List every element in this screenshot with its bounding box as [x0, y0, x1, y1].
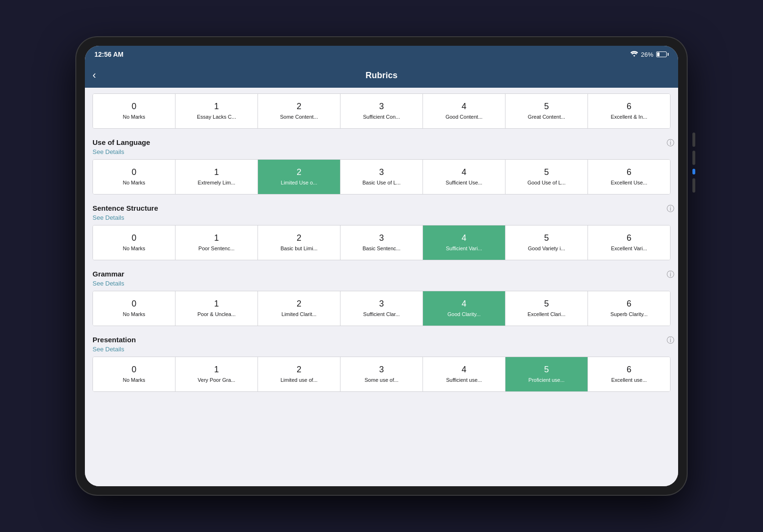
grade-cell-1[interactable]: 1 Essay Lacks C...: [175, 94, 258, 128]
grade-label: No Marks: [123, 311, 145, 317]
grade-cell-2[interactable]: 2 Limited Clarit...: [258, 291, 340, 326]
header-title: Rubrics: [365, 71, 397, 81]
grade-cell-6[interactable]: 6 Superb Clarity...: [588, 291, 670, 326]
section-title: Grammar: [93, 270, 124, 278]
section-details-link[interactable]: See Details: [93, 280, 670, 287]
grade-label: Sufficient Clar...: [363, 311, 400, 317]
grade-cell-2[interactable]: 2 Limited use of...: [258, 357, 340, 391]
grade-cell-2[interactable]: 2 Limited Use o...: [258, 160, 340, 194]
grade-number: 5: [544, 233, 549, 243]
grade-cell-2[interactable]: 2 Basic but Limi...: [258, 225, 340, 260]
section-title: Use of Language: [93, 138, 150, 146]
grade-cell-6[interactable]: 6 Excellent use...: [588, 357, 670, 391]
grade-label: Basic Use of L...: [362, 179, 401, 186]
grade-label: Some Content...: [280, 113, 318, 120]
grade-cell-6[interactable]: 6 Excellent Vari...: [588, 225, 670, 260]
grade-number: 0: [132, 233, 136, 243]
grade-cell-4[interactable]: 4 Sufficient Vari...: [423, 225, 505, 260]
grade-cell-2[interactable]: 2 Some Content...: [258, 94, 340, 128]
grade-cell-1[interactable]: 1 Poor Sentenc...: [175, 225, 258, 260]
section-title: Sentence Structure: [93, 204, 158, 212]
grade-cell-3[interactable]: 3 Basic Use of L...: [340, 160, 423, 194]
grade-cell-0[interactable]: 0 No Marks: [93, 94, 175, 128]
grade-row: 0 No Marks 1 Poor & Unclea... 2 Limited …: [93, 291, 670, 326]
grade-cell-3[interactable]: 3 Sufficient Con...: [340, 94, 423, 128]
section-presentation: Presentation ⓘ See Details 0 No Marks 1 …: [93, 336, 670, 392]
grade-label: Excellent Use...: [611, 179, 647, 186]
grade-number: 5: [544, 299, 549, 309]
grade-number: 3: [379, 102, 384, 112]
info-icon[interactable]: ⓘ: [667, 336, 674, 346]
volume-down-btn[interactable]: [692, 151, 695, 165]
grade-cell-0[interactable]: 0 No Marks: [93, 291, 175, 326]
grade-cell-5[interactable]: 5 Excellent Clari...: [505, 291, 588, 326]
header: ‹ Rubrics: [85, 63, 678, 88]
info-icon[interactable]: ⓘ: [667, 204, 674, 214]
home-btn[interactable]: [692, 169, 695, 174]
info-icon[interactable]: ⓘ: [667, 138, 674, 148]
grade-cell-1[interactable]: 1 Very Poor Gra...: [175, 357, 258, 391]
grade-cell-0[interactable]: 0 No Marks: [93, 357, 175, 391]
grade-label: Good Variety i...: [528, 245, 565, 252]
grade-number: 4: [462, 167, 466, 177]
grade-number: 3: [379, 299, 384, 309]
grade-number: 1: [214, 167, 219, 177]
grade-number: 2: [297, 167, 301, 177]
grade-number: 2: [297, 233, 301, 243]
grade-cell-5[interactable]: 5 Proficient use...: [505, 357, 588, 391]
section-content: 0 No Marks 1 Essay Lacks C... 2 Some Con…: [93, 93, 670, 129]
grade-number: 6: [627, 365, 631, 375]
grade-cell-0[interactable]: 0 No Marks: [93, 160, 175, 194]
grade-cell-4[interactable]: 4 Sufficient use...: [423, 357, 505, 391]
grade-number: 3: [379, 167, 384, 177]
grade-cell-5[interactable]: 5 Great Content...: [505, 94, 588, 128]
grade-label: Sufficient use...: [446, 377, 482, 383]
grade-cell-6[interactable]: 6 Excellent & In...: [588, 94, 670, 128]
section-details-link[interactable]: See Details: [93, 346, 670, 353]
grade-number: 1: [214, 299, 219, 309]
grade-label: Superb Clarity...: [610, 311, 648, 317]
grade-cell-5[interactable]: 5 Good Use of L...: [505, 160, 588, 194]
device: 12:56 AM 26%: [76, 37, 687, 495]
section-header: Sentence Structure ⓘ: [93, 204, 670, 212]
grade-number: 0: [132, 102, 136, 112]
grade-label: No Marks: [123, 113, 145, 120]
scroll-area[interactable]: 0 No Marks 1 Essay Lacks C... 2 Some Con…: [85, 88, 678, 486]
grade-row: 0 No Marks 1 Essay Lacks C... 2 Some Con…: [93, 93, 670, 129]
battery-percent: 26%: [641, 51, 653, 58]
grade-label: Good Content...: [445, 113, 483, 120]
grade-row: 0 No Marks 1 Poor Sentenc... 2 Basic but…: [93, 225, 670, 260]
grade-label: Limited use of...: [280, 377, 318, 383]
grade-cell-3[interactable]: 3 Basic Sentenc...: [340, 225, 423, 260]
grade-label: Excellent & In...: [611, 113, 647, 120]
grade-cell-0[interactable]: 0 No Marks: [93, 225, 175, 260]
grade-label: Sufficient Use...: [446, 179, 483, 186]
back-button[interactable]: ‹: [93, 69, 96, 82]
grade-cell-4[interactable]: 4 Sufficient Use...: [423, 160, 505, 194]
section-header: Grammar ⓘ: [93, 270, 670, 278]
grade-label: Good Clarity...: [447, 311, 481, 317]
status-time: 12:56 AM: [94, 51, 124, 58]
grade-cell-1[interactable]: 1 Extremely Lim...: [175, 160, 258, 194]
info-icon[interactable]: ⓘ: [667, 270, 674, 280]
grade-number: 2: [297, 299, 301, 309]
grade-number: 1: [214, 233, 219, 243]
grade-cell-4[interactable]: 4 Good Content...: [423, 94, 505, 128]
grade-number: 0: [132, 365, 136, 375]
power-btn[interactable]: [692, 178, 695, 193]
grade-cell-1[interactable]: 1 Poor & Unclea...: [175, 291, 258, 326]
grade-cell-3[interactable]: 3 Sufficient Clar...: [340, 291, 423, 326]
grade-cell-3[interactable]: 3 Some use of...: [340, 357, 423, 391]
grade-number: 6: [627, 102, 631, 112]
grade-label: Sufficient Vari...: [446, 245, 482, 252]
grade-label: Basic but Limi...: [280, 245, 318, 252]
grade-cell-4[interactable]: 4 Good Clarity...: [423, 291, 505, 326]
section-details-link[interactable]: See Details: [93, 148, 670, 155]
grade-label: No Marks: [123, 179, 145, 186]
section-details-link[interactable]: See Details: [93, 214, 670, 221]
volume-up-btn[interactable]: [692, 133, 695, 147]
side-buttons: [692, 133, 695, 193]
grade-number: 6: [627, 167, 631, 177]
grade-cell-5[interactable]: 5 Good Variety i...: [505, 225, 588, 260]
grade-cell-6[interactable]: 6 Excellent Use...: [588, 160, 670, 194]
